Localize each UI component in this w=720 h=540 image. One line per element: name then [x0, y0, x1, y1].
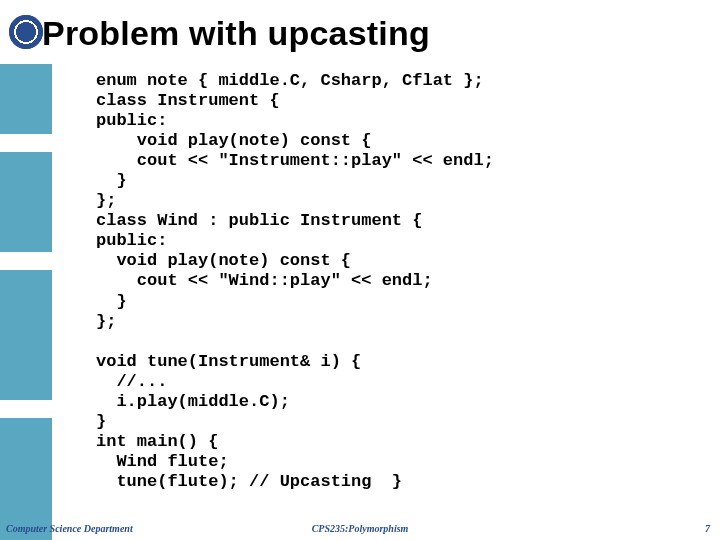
slide-footer: Computer Science Department CPS235:Polym…: [0, 518, 720, 536]
code-block-2: void tune(Instrument& i) { //... i.play(…: [96, 352, 708, 492]
code-block-1: enum note { middle.C, Csharp, Cflat }; c…: [96, 71, 708, 332]
slide-title: Problem with upcasting: [42, 14, 708, 53]
footer-center: CPS235:Polymorphism: [0, 523, 720, 534]
footer-page-number: 7: [705, 523, 710, 534]
slide-content: Problem with upcasting enum note { middl…: [38, 8, 708, 532]
